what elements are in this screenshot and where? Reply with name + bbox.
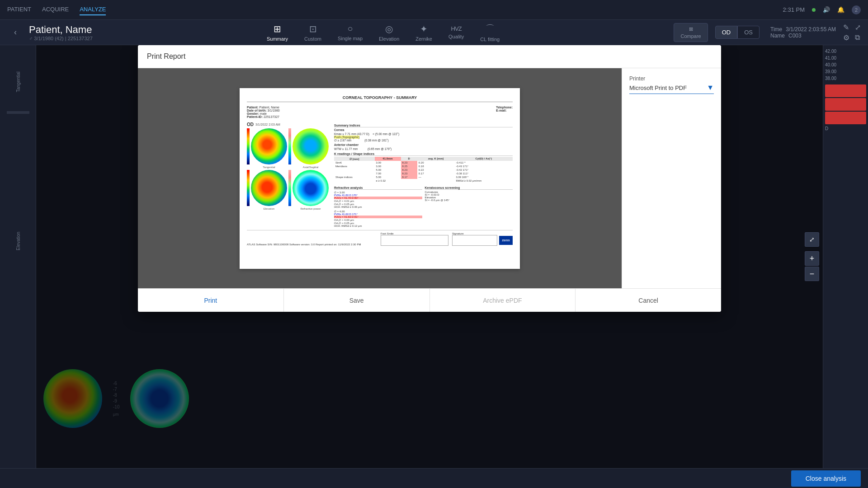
compare-label: Compare bbox=[680, 33, 701, 39]
nav-analyze[interactable]: ANALYZE bbox=[80, 4, 106, 15]
elevation-icon: ◎ bbox=[385, 23, 393, 34]
custom-icon: ⊡ bbox=[309, 23, 317, 34]
report-footer: ATLAS Software S/N: 9801100008 Software … bbox=[247, 230, 513, 246]
cl-fitting-icon: ⌒ bbox=[486, 23, 495, 35]
software-info: ATLAS Software S/N: 9801100008 Software … bbox=[247, 243, 361, 246]
report-map-grid: Tangential Axial/Sagittal bbox=[247, 128, 329, 210]
signature-box bbox=[452, 235, 497, 246]
expand-window-icon[interactable]: ⤢ bbox=[855, 23, 861, 32]
report-preview-area: CORNEAL TOPOGRAPHY - SUMMARY Patient: Pa… bbox=[138, 68, 622, 288]
scale-39: 39.00 bbox=[825, 69, 866, 74]
zernike-label: Zernike bbox=[415, 36, 432, 42]
keratoconus-section: Keratoconus screening Curvatures SI = -0… bbox=[425, 184, 513, 227]
single-map-icon: ○ bbox=[347, 23, 353, 34]
report-patient-header: Patient: Patient, Name Date of birth: 3/… bbox=[247, 106, 513, 118]
printer-dropdown-arrow: ▼ bbox=[707, 84, 714, 92]
compare-icon: ⊠ bbox=[689, 26, 693, 32]
refractive-analysis-section: Refractive analysis ∅ = 3.00 PVRx 41.80 … bbox=[334, 184, 422, 227]
top-right-info: 2:31 PM 🔊 🔔 2 bbox=[783, 5, 861, 14]
od-button[interactable]: OD bbox=[715, 26, 738, 39]
modal-body: CORNEAL TOPOGRAPHY - SUMMARY Patient: Pa… bbox=[138, 68, 721, 288]
toolbar-elevation[interactable]: ◎ Elevation bbox=[372, 22, 406, 43]
main-toolbar: ‹ Patient, Name ♂ 3/1/1980 (42) | 225137… bbox=[0, 20, 868, 45]
elevation-map-preview bbox=[251, 170, 287, 206]
printer-settings-panel: Printer Microsoft Print to PDF ▼ bbox=[622, 68, 721, 288]
od-os-toggle: OD OS bbox=[715, 26, 760, 39]
tangential-map-label: Tangential bbox=[251, 166, 287, 169]
current-time: 2:31 PM bbox=[783, 6, 805, 13]
printer-select[interactable]: Microsoft Print to PDF ▼ bbox=[629, 84, 714, 94]
axial-map-preview bbox=[292, 128, 329, 164]
toolbar-single-map[interactable]: ○ Single map bbox=[330, 22, 370, 43]
toolbar-summary[interactable]: ⊞ Summary bbox=[259, 22, 295, 43]
modal-title: Print Report bbox=[147, 52, 185, 61]
settings-icon[interactable]: ⚙ bbox=[843, 33, 849, 42]
od-label: OD bbox=[247, 122, 254, 127]
scale-42: 42.00 bbox=[825, 49, 866, 54]
quality-icon: HVZ bbox=[451, 25, 462, 32]
nav-acquire[interactable]: ACQUIRE bbox=[42, 4, 69, 15]
split-view-icon[interactable]: ⧉ bbox=[855, 33, 861, 42]
patient-name: Patient, Name bbox=[29, 24, 93, 36]
refractive-map-preview bbox=[292, 170, 329, 206]
colorbar-2 bbox=[288, 128, 291, 164]
toolbar-custom[interactable]: ⊡ Custom bbox=[297, 22, 329, 43]
tangential-map-preview bbox=[251, 128, 287, 164]
report-signature: Foot Smile Signature ZEISS bbox=[381, 232, 513, 246]
scan-info: Time 3/1/2022 2:03:55 AM Name C003 bbox=[770, 26, 836, 39]
report-data-tables: Summary indices Cornea Kmax ≥ 7.71 mm (4… bbox=[330, 122, 513, 227]
status-indicator bbox=[812, 8, 816, 12]
printer-label: Printer bbox=[629, 75, 714, 82]
zeiss-logo: ZEISS bbox=[499, 236, 513, 245]
scale-41: 41.00 bbox=[825, 56, 866, 61]
report-page: CORNEAL TOPOGRAPHY - SUMMARY Patient: Pa… bbox=[240, 88, 520, 269]
print-report-modal: Print Report CORNEAL TOPOGRAPHY - SUMMAR… bbox=[138, 45, 721, 312]
summary-icon: ⊞ bbox=[274, 23, 281, 34]
report-od-section: OD 3/1/2022 2:03 AM bbox=[247, 122, 513, 227]
right-side-panel: 42.00 41.00 40.00 39.00 38.00 D bbox=[823, 45, 868, 468]
save-button[interactable]: Save bbox=[284, 289, 430, 312]
print-button[interactable]: Print bbox=[138, 289, 284, 312]
time-label: Time bbox=[770, 26, 782, 33]
bell-icon: 🔔 bbox=[837, 6, 844, 13]
single-map-label: Single map bbox=[338, 36, 363, 41]
os-button[interactable]: OS bbox=[737, 26, 760, 39]
k-readings-title: K readings / Shape indices bbox=[334, 152, 513, 156]
elevation-label: Elevation bbox=[7, 214, 29, 250]
toolbar-quality[interactable]: HVZ Quality bbox=[441, 23, 471, 41]
zernike-icon: ✦ bbox=[420, 23, 428, 34]
nav-patient[interactable]: PATIENT bbox=[7, 4, 31, 15]
top-navigation: PATIENT ACQUIRE ANALYZE 2:31 PM 🔊 🔔 2 bbox=[0, 0, 868, 20]
time-value: 3/1/2022 2:03:55 AM bbox=[786, 26, 836, 33]
edit-icon[interactable]: ✎ bbox=[843, 23, 849, 32]
compare-button[interactable]: ⊠ Compare bbox=[674, 23, 708, 42]
colorbar-1 bbox=[247, 128, 250, 164]
main-area: Tangential Elevation -6-7-8-9-10 μm bbox=[0, 45, 868, 468]
close-analysis-button[interactable]: Close analysis bbox=[791, 470, 861, 487]
name-value: C003 bbox=[788, 33, 802, 39]
elevation-map-label: Elevation bbox=[251, 207, 287, 210]
foot-smile-box bbox=[381, 235, 448, 246]
summary-indices-title: Summary indices bbox=[334, 124, 513, 127]
report-main-title: CORNEAL TOPOGRAPHY - SUMMARY bbox=[247, 95, 513, 102]
modal-footer: Print Save Archive ePDF Cancel bbox=[138, 288, 721, 312]
toolbar-cl-fitting[interactable]: ⌒ CL fitting bbox=[473, 21, 507, 44]
elevation-label: Elevation bbox=[379, 36, 399, 42]
summary-label: Summary bbox=[267, 36, 288, 42]
od-datetime: 3/1/2022 2:03 AM bbox=[255, 123, 280, 126]
audio-icon: 🔊 bbox=[823, 6, 830, 13]
toolbar-zernike[interactable]: ✦ Zernike bbox=[408, 22, 439, 43]
back-button[interactable]: ‹ bbox=[7, 24, 24, 41]
modal-overlay: Print Report CORNEAL TOPOGRAPHY - SUMMAR… bbox=[36, 45, 823, 468]
scale-38: 38.00 bbox=[825, 76, 866, 81]
d-unit: D bbox=[823, 124, 868, 133]
custom-label: Custom bbox=[304, 36, 321, 42]
content-area: -6-7-8-9-10 μm Print Report bbox=[36, 45, 823, 468]
cancel-button[interactable]: Cancel bbox=[576, 289, 721, 312]
red-bar-1 bbox=[825, 84, 866, 97]
colorbar-3 bbox=[247, 170, 250, 206]
name-label: Name bbox=[770, 33, 785, 39]
printer-name: Microsoft Print to PDF bbox=[629, 84, 687, 91]
scale-40: 40.00 bbox=[825, 62, 866, 67]
archive-epdf-button[interactable]: Archive ePDF bbox=[430, 289, 576, 312]
